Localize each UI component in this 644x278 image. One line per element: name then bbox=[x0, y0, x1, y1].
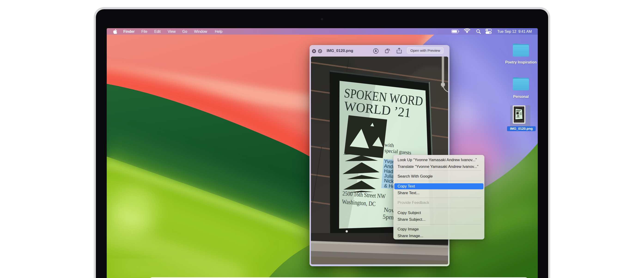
svg-text:with: with bbox=[384, 142, 394, 148]
